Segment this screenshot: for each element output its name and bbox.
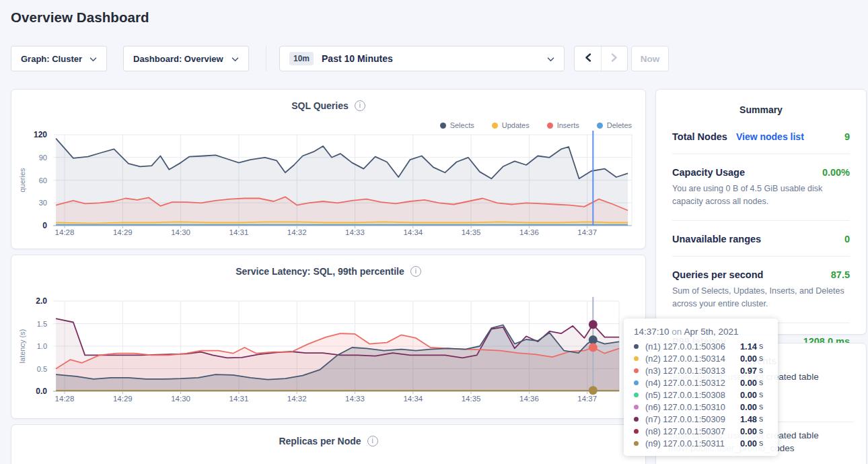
svg-text:2.0: 2.0 — [36, 296, 47, 306]
svg-text:0: 0 — [42, 221, 47, 230]
tooltip-unit: s — [759, 426, 763, 436]
svg-text:60: 60 — [39, 176, 47, 185]
series-dot-icon — [634, 417, 639, 422]
tooltip-row: (n4) 127.0.0.1:503120.00s — [634, 376, 771, 389]
tooltip-row: (n6) 127.0.0.1:503100.00s — [634, 401, 771, 413]
toolbar: Graph: Cluster Dashboard: Overview 10m P… — [0, 46, 868, 71]
series-dot-icon — [634, 441, 639, 446]
now-button[interactable]: Now — [631, 46, 669, 71]
svg-text:14:34: 14:34 — [403, 395, 423, 403]
svg-text:14:33: 14:33 — [345, 228, 365, 236]
tooltip-value: 0.00 — [740, 390, 757, 400]
tooltip-row: (n7) 127.0.0.1:503091.48s — [634, 413, 771, 425]
tooltip-unit: s — [759, 438, 763, 448]
tooltip-unit: s — [759, 414, 763, 424]
tooltip-value: 1.14 — [740, 341, 757, 352]
chevron-down-icon — [231, 54, 239, 64]
tooltip-unit: s — [759, 341, 763, 351]
summary-value: 87.5 — [831, 269, 850, 280]
svg-text:14:28: 14:28 — [55, 228, 75, 236]
tooltip-node: (n8) 127.0.0.1:50307 — [645, 426, 740, 436]
replicas-per-node-title: Replicas per Node — [279, 436, 361, 446]
tooltip-value: 1.48 — [740, 414, 757, 424]
summary-label: Queries per second — [672, 269, 763, 280]
chevron-down-icon — [547, 54, 554, 64]
svg-text:14:36: 14:36 — [519, 395, 539, 403]
time-prev-button[interactable] — [575, 46, 601, 71]
replicas-per-node-card: Replicas per Node i — [11, 424, 646, 464]
time-range-label: Past 10 Minutes — [322, 53, 539, 64]
summary-value: 0.00% — [822, 167, 850, 178]
svg-text:14:30: 14:30 — [171, 395, 190, 403]
page: Overview Dashboard Graph: Cluster Dashbo… — [0, 0, 868, 464]
tooltip-value: 0.00 — [740, 402, 757, 412]
view-nodes-list-link[interactable]: View nodes list — [736, 131, 804, 142]
service-latency-card: Service Latency: SQL, 99th percentile i … — [11, 255, 646, 419]
svg-text:14:30: 14:30 — [171, 228, 190, 236]
sql-queries-plot[interactable]: 14:2814:2914:3014:3114:3214:3314:3414:35… — [11, 90, 645, 248]
tooltip-node: (n5) 127.0.0.1:50308 — [645, 390, 740, 400]
tooltip-value: 0.00 — [740, 354, 757, 364]
tooltip-row: (n3) 127.0.0.1:503130.97s — [634, 364, 771, 376]
sql-queries-card: SQL Queries i SelectsUpdatesInsertsDelet… — [11, 89, 646, 249]
summary-value: 9 — [844, 131, 850, 142]
tooltip-row: (n2) 127.0.0.1:503140.00s — [634, 352, 771, 364]
svg-text:14:32: 14:32 — [287, 228, 307, 236]
tooltip-node: (n7) 127.0.0.1:50309 — [645, 414, 740, 424]
tooltip-rows: (n1) 127.0.0.1:503061.14s(n2) 127.0.0.1:… — [634, 340, 771, 449]
tooltip-unit: s — [759, 402, 763, 411]
summary-row-queries-per-second: Queries per second87.5Sum of Selects, Up… — [672, 257, 850, 323]
tooltip-node: (n9) 127.0.0.1:50311 — [645, 438, 740, 449]
toolbar-divider — [266, 46, 266, 71]
summary-panel: Summary Total NodesView nodes list9Capac… — [655, 89, 867, 335]
svg-text:14:33: 14:33 — [345, 395, 365, 403]
summary-row-total-nodes: Total NodesView nodes list9 — [672, 115, 850, 154]
svg-text:30: 30 — [39, 199, 47, 207]
series-dot-icon — [634, 380, 639, 385]
tooltip-value: 0.00 — [740, 378, 757, 388]
svg-text:90: 90 — [39, 154, 47, 162]
tooltip-node: (n2) 127.0.0.1:50314 — [645, 354, 740, 364]
graph-dropdown[interactable]: Graph: Cluster — [11, 46, 107, 71]
svg-text:latency (s): latency (s) — [18, 329, 26, 364]
tooltip-row: (n9) 127.0.0.1:503110.00s — [634, 437, 771, 449]
series-dot-icon — [634, 356, 639, 361]
summary-value: 0 — [844, 234, 850, 244]
tooltip-row: (n5) 127.0.0.1:503080.00s — [634, 389, 771, 401]
graph-dropdown-label: Graph: Cluster — [21, 54, 82, 64]
tooltip-unit: s — [759, 390, 763, 399]
svg-text:0.0: 0.0 — [36, 387, 47, 396]
tooltip-value: 0.97 — [740, 366, 757, 376]
tooltip-node: (n4) 127.0.0.1:50312 — [645, 378, 740, 388]
page-title: Overview Dashboard — [11, 9, 149, 26]
svg-text:14:29: 14:29 — [113, 395, 133, 403]
series-dot-icon — [634, 393, 639, 397]
summary-title: Summary — [672, 104, 850, 115]
summary-description: You are using 0 B of 4.5 GiB usable disk… — [672, 183, 850, 209]
svg-text:14:35: 14:35 — [462, 228, 481, 236]
tooltip-unit: s — [759, 378, 763, 387]
tooltip-timestamp: 14:37:10 on Apr 5th, 2021 — [634, 327, 771, 337]
svg-text:14:37: 14:37 — [577, 395, 597, 403]
svg-text:14:32: 14:32 — [287, 395, 307, 403]
svg-text:14:28: 14:28 — [55, 395, 75, 403]
tooltip-node: (n1) 127.0.0.1:50306 — [645, 341, 740, 352]
tooltip-node: (n6) 127.0.0.1:50310 — [645, 402, 740, 412]
svg-text:120: 120 — [34, 130, 47, 139]
time-range-badge: 10m — [289, 52, 314, 65]
tooltip-node: (n3) 127.0.0.1:50313 — [645, 366, 740, 376]
time-next-button[interactable] — [601, 46, 627, 71]
time-arrows — [574, 46, 628, 71]
dashboard-dropdown[interactable]: Dashboard: Overview — [123, 46, 249, 71]
time-range-dropdown[interactable]: 10m Past 10 Minutes — [279, 46, 565, 71]
tooltip-unit: s — [759, 366, 763, 375]
dashboard-dropdown-label: Dashboard: Overview — [133, 54, 223, 64]
service-latency-plot[interactable]: 14:2814:2914:3014:3114:3214:3314:3414:35… — [11, 255, 645, 418]
summary-label: Unavailable ranges — [672, 234, 761, 244]
tooltip-row: (n1) 127.0.0.1:503061.14s — [634, 340, 771, 352]
svg-text:14:36: 14:36 — [519, 228, 539, 236]
info-icon[interactable]: i — [367, 436, 378, 446]
series-dot-icon — [634, 405, 639, 409]
tooltip-value: 0.00 — [740, 438, 757, 449]
series-dot-icon — [634, 368, 639, 373]
